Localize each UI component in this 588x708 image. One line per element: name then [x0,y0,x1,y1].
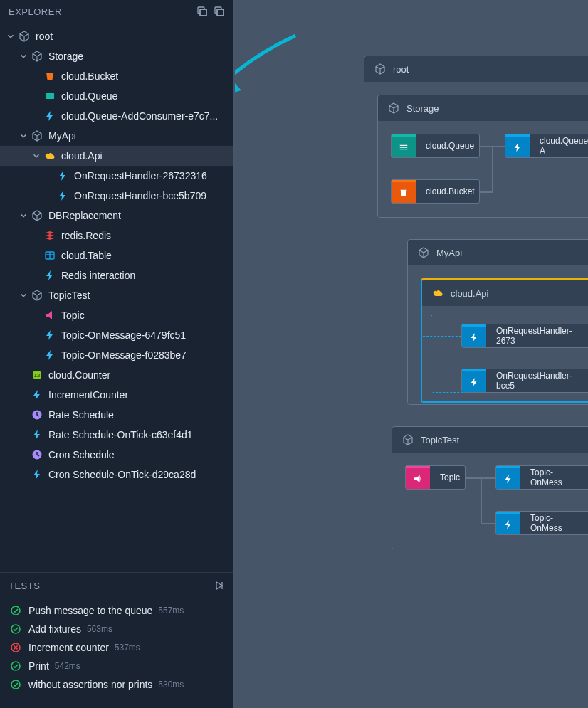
tests-list: Push message to the queue557msAdd fixtur… [0,598,233,708]
tree-item[interactable]: root [0,26,233,46]
explorer-title: EXPLORER [9,6,62,17]
collapse-icon[interactable] [196,6,208,17]
tree-item[interactable]: Topic-OnMessage-f0283be7 [0,345,233,365]
chevron-down-icon [19,51,28,61]
canvas-root-node[interactable]: root Storage cloud.Queue cloud.Bucket [364,56,588,568]
test-item[interactable]: without assertions nor prints530ms [0,675,233,694]
tree-item[interactable]: Cron Schedule [0,445,233,465]
canvas-topic-box[interactable]: Topic [405,465,466,490]
tree-item[interactable]: Topic-OnMessage-6479fc51 [0,325,233,345]
chevron-down-icon [19,131,28,141]
test-item[interactable]: Add fixtures563ms [0,620,233,638]
tree-item[interactable]: 12cloud.Counter [0,365,233,385]
tree-item[interactable]: Topic [0,305,233,325]
test-time: 530ms [158,680,184,689]
bolt-icon [44,270,56,281]
canvas-handler2-box[interactable]: OnRequestHandler-bce5 [461,369,588,393]
clock-icon [31,449,43,460]
cube-icon [31,130,43,142]
canvas-handler1-box[interactable]: OnRequestHandler-2673 [461,324,588,348]
test-name: Increment counter [28,642,109,653]
bolt-icon [44,349,56,361]
tree-item[interactable]: Storage [0,46,233,66]
test-name: Print [28,660,49,672]
tree-item-label: Redis interaction [61,270,135,281]
cube-icon [31,290,43,301]
tree-item[interactable]: MyApi [0,126,233,146]
bolt-icon [462,369,486,392]
tree-item-label: IncrementCounter [48,389,128,401]
canvas-queue-box[interactable]: cloud.Queue [391,134,480,158]
tree-item[interactable]: DBReplacement [0,206,233,226]
tree-item[interactable]: cloud.Api [0,146,233,166]
tree-item[interactable]: Redis interaction [0,265,233,285]
tree-item[interactable]: Cron Schedule-OnTick-d29ca28d [0,465,233,485]
queue-icon [392,134,416,157]
tree-item[interactable]: cloud.Table [0,245,233,265]
tree-item-label: Rate Schedule [48,409,114,421]
bolt-icon [44,329,56,341]
cube-icon [19,31,30,42]
tree-item[interactable]: OnRequestHandler-26732316 [0,166,233,186]
test-pass-icon [10,679,21,690]
run-tests-icon[interactable] [214,580,225,591]
tree-item-label: OnRequestHandler-bce5b709 [74,190,206,201]
test-time: 542ms [55,661,80,671]
tree-item[interactable]: cloud.Bucket [0,66,233,86]
topic-icon [44,310,56,321]
tree-item-label: MyApi [48,130,76,142]
bolt-icon [31,389,43,401]
test-pass-icon [10,623,21,635]
cloud-icon [432,287,443,299]
canvas-bucket-box[interactable]: cloud.Bucket [391,179,480,204]
svg-text:12: 12 [34,372,41,379]
test-name: without assertions nor prints [28,679,152,690]
cube-icon [31,51,43,62]
bolt-icon [57,190,68,201]
tree-item-label: cloud.Queue-AddConsumer-e7c7... [61,110,218,122]
canvas-topic-msg1-box[interactable]: Topic-OnMess [495,465,588,490]
tree-item-label: Rate Schedule-OnTick-c63ef4d1 [48,429,193,440]
tree-item[interactable]: Rate Schedule [0,405,233,425]
tree-item-label: cloud.Queue [61,90,117,102]
tree-item[interactable]: cloud.Queue [0,86,233,106]
test-item[interactable]: Increment counter537ms [0,638,233,657]
tree-item[interactable]: OnRequestHandler-bce5b709 [0,186,233,206]
tree-item[interactable]: Rate Schedule-OnTick-c63ef4d1 [0,425,233,445]
annotation-arrow [235,25,306,96]
bolt-icon [496,512,520,534]
canvas[interactable]: root Storage cloud.Queue cloud.Bucket [235,0,588,708]
canvas-api-container[interactable]: cloud.Api OnRequestHandler-2673 On [421,278,588,403]
tree-item-label: redis.Redis [61,230,111,241]
canvas-queue-consumer-box[interactable]: cloud.Queue-A [505,134,588,158]
test-fail-icon [10,642,21,653]
counter-icon: 12 [31,369,43,381]
test-name: Push message to the queue [28,605,152,616]
tree-item-label: cloud.Bucket [61,70,118,82]
tree-item-label: Cron Schedule-OnTick-d29ca28d [48,469,196,480]
tree-item-label: Topic [61,310,85,321]
tree-item[interactable]: cloud.Queue-AddConsumer-e7c7... [0,106,233,126]
tree-item[interactable]: TopicTest [0,285,233,305]
cube-icon [374,63,386,75]
tree-item-label: TopicTest [48,290,90,301]
canvas-myapi-node[interactable]: MyApi cloud.Api OnRequestHandler-2 [407,239,588,405]
canvas-topictest-label: TopicTest [421,435,459,445]
bolt-icon [31,429,43,440]
cube-icon [402,434,414,445]
cube-icon [418,247,429,258]
tree-item[interactable]: redis.Redis [0,226,233,245]
canvas-topic-msg2-box[interactable]: Topic-OnMess [495,511,588,535]
expand-icon[interactable] [214,6,225,17]
tree-item-label: DBReplacement [48,210,121,221]
test-item[interactable]: Push message to the queue557ms [0,601,233,620]
cube-icon [388,102,399,114]
canvas-topictest-node[interactable]: TopicTest Topic Topic-OnMess Topic-OnMes… [392,426,588,549]
test-item[interactable]: Print542ms [0,657,233,675]
tree-item[interactable]: IncrementCounter [0,385,233,405]
canvas-storage-node[interactable]: Storage cloud.Queue cloud.Bucket cloud.Q… [377,95,588,218]
test-time: 537ms [115,643,140,652]
tree-item-label: cloud.Counter [48,369,110,381]
test-pass-icon [10,605,21,616]
tree-item-label: OnRequestHandler-26732316 [74,170,207,181]
